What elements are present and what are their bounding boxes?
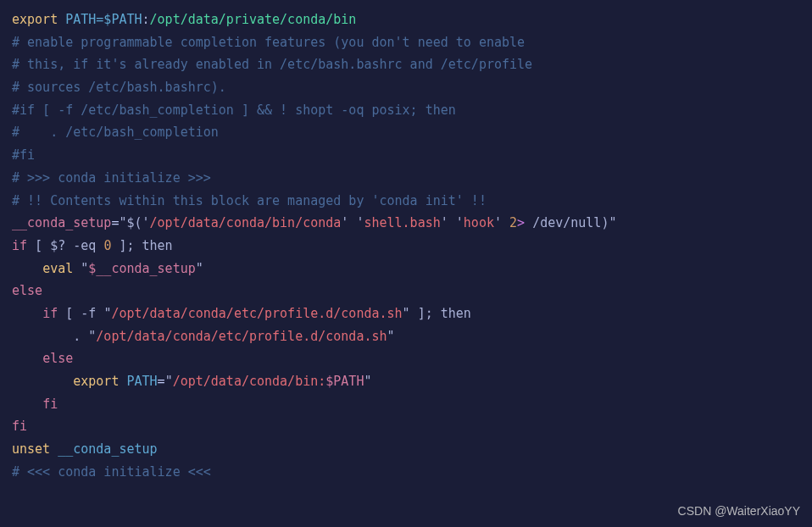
string: hook <box>464 215 494 230</box>
watermark: CSDN @WaiterXiaoYY <box>678 501 800 522</box>
var-ref: $__conda_setup <box>88 261 195 276</box>
string-path: /opt/data/conda/bin/conda <box>150 215 342 230</box>
code-line-if: if [ $? -eq 0 ]; then <box>12 235 800 258</box>
keyword-then: then <box>142 238 173 253</box>
var-define: __conda_setup <box>12 215 111 230</box>
code-line-1: export PATH=$PATH:/opt/data/private/cond… <box>12 8 800 31</box>
eq-op: -eq <box>65 238 103 253</box>
code-line-source: . "/opt/data/conda/etc/profile.d/conda.s… <box>12 325 800 348</box>
string: shell.bash <box>364 215 440 230</box>
indent <box>12 397 42 412</box>
comment-line: # enable programmable completion feature… <box>12 31 800 54</box>
keyword-export: export <box>12 12 65 27</box>
quote: " <box>403 306 410 321</box>
string-path: /opt/data/conda/bin: <box>173 374 326 389</box>
comment-line: #fi <box>12 144 800 167</box>
comment-line: # >>> conda initialize >>> <box>12 167 800 190</box>
path-var: PATH=$PATH <box>65 12 142 27</box>
comment-line: # . /etc/bash_completion <box>12 121 800 144</box>
comment-line: # !! Contents within this block are mana… <box>12 190 800 213</box>
string-path: /opt/data/conda/etc/profile.d/conda.sh <box>96 329 387 344</box>
bracket: ]; <box>410 306 441 321</box>
quote: " <box>364 374 371 389</box>
exit-code-var: $? <box>50 238 65 253</box>
keyword-then: then <box>441 306 471 321</box>
indent <box>12 351 42 366</box>
code-line-eval: eval "$__conda_setup" <box>12 258 800 280</box>
path-literal: /opt/data/private/conda/bin <box>150 12 357 27</box>
indent <box>12 329 73 344</box>
indent <box>12 306 42 321</box>
quote: " <box>387 329 395 344</box>
bracket: [ <box>27 238 50 253</box>
quote: ' ' <box>341 215 364 230</box>
keyword-export: export <box>73 374 126 389</box>
redirect-op: > <box>517 215 532 230</box>
quote: " <box>165 374 173 389</box>
devnull: /dev/null <box>532 215 601 230</box>
code-line-export: export PATH="/opt/data/conda/bin:$PATH" <box>12 370 800 393</box>
quote: ' <box>494 215 509 230</box>
code-block: export PATH=$PATH:/opt/data/private/cond… <box>12 8 800 483</box>
comment-line: # this, if it's already enabled in /etc/… <box>12 53 800 76</box>
keyword-unset: unset <box>12 441 58 457</box>
indent <box>12 261 42 276</box>
string-path: /opt/data/conda/etc/profile.d/conda.sh <box>111 306 402 321</box>
code-line-fi-inner: fi <box>12 393 800 416</box>
comment-line: # <<< conda initialize <<< <box>12 461 800 484</box>
quote: ' <box>142 215 150 230</box>
keyword-eval: eval <box>42 261 81 276</box>
code-line-if-inner: if [ -f "/opt/data/conda/etc/profile.d/c… <box>12 302 800 325</box>
keyword-else: else <box>42 351 73 366</box>
bracket: ]; <box>111 238 142 253</box>
indent <box>12 374 73 389</box>
keyword-fi: fi <box>42 397 58 412</box>
fd-num: 2 <box>509 215 517 230</box>
quote: " <box>81 261 88 276</box>
quote: " <box>88 329 96 344</box>
keyword-else: else <box>12 280 800 302</box>
comment-line: # sources /etc/bash.bashrc). <box>12 76 800 99</box>
quote: " <box>196 261 203 276</box>
bracket: [ -f <box>58 306 103 321</box>
source-dot: . <box>73 329 88 344</box>
keyword-if: if <box>42 306 58 321</box>
keyword-if: if <box>12 238 27 253</box>
var-ref: $PATH <box>325 374 364 389</box>
code-line-conda-setup: __conda_setup="$('/opt/data/conda/bin/co… <box>12 212 800 235</box>
comment-line: #if [ -f /etc/bash_completion ] && ! sho… <box>12 99 800 122</box>
path-var: PATH <box>126 374 157 389</box>
colon: : <box>142 12 150 27</box>
var-ref: __conda_setup <box>58 441 157 457</box>
keyword-fi: fi <box>12 415 800 438</box>
subshell-open: $( <box>126 215 142 230</box>
code-line-unset: unset __conda_setup <box>12 438 800 461</box>
quote: " <box>609 215 616 230</box>
assign: = <box>158 374 165 389</box>
code-line-else-inner: else <box>12 347 800 370</box>
quote: ' ' <box>441 215 464 230</box>
